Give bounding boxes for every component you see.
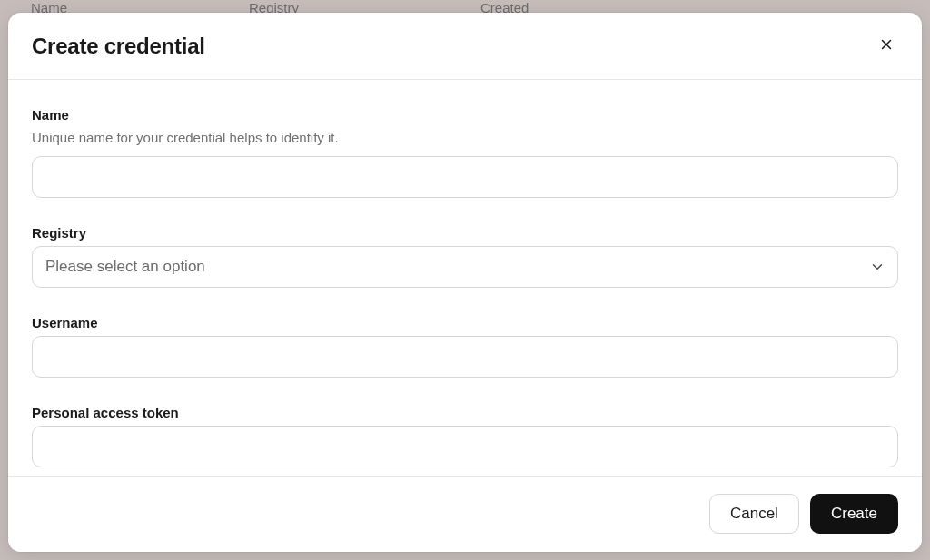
close-button[interactable]	[875, 33, 898, 59]
create-credential-modal: Create credential Name Unique name for y…	[8, 13, 922, 552]
field-group-registry: Registry Please select an option	[32, 225, 898, 288]
modal-footer: Cancel Create	[8, 476, 922, 552]
name-label: Name	[32, 107, 898, 123]
modal-backdrop: Name Registry Created Create credential …	[0, 0, 930, 560]
field-group-name: Name Unique name for your credential hel…	[32, 107, 898, 198]
registry-select[interactable]: Please select an option	[32, 246, 898, 288]
create-button[interactable]: Create	[810, 494, 898, 534]
registry-select-wrap: Please select an option	[32, 246, 898, 288]
modal-header: Create credential	[8, 13, 922, 80]
pat-input[interactable]	[32, 426, 898, 467]
registry-label: Registry	[32, 225, 898, 241]
username-label: Username	[32, 315, 898, 330]
name-input[interactable]	[32, 156, 898, 198]
cancel-button[interactable]: Cancel	[709, 494, 799, 534]
pat-label: Personal access token	[32, 405, 898, 420]
username-input[interactable]	[32, 336, 898, 378]
name-hint: Unique name for your credential helps to…	[32, 128, 898, 147]
modal-title: Create credential	[32, 34, 205, 59]
close-icon	[878, 36, 895, 55]
field-group-pat: Personal access token	[32, 405, 898, 467]
registry-select-placeholder: Please select an option	[45, 258, 205, 276]
modal-body: Name Unique name for your credential hel…	[8, 80, 922, 476]
field-group-username: Username	[32, 315, 898, 378]
